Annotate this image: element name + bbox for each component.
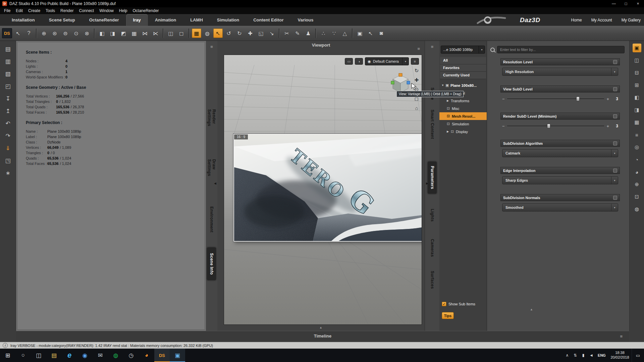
weight-map-icon[interactable]: △ bbox=[340, 28, 350, 38]
clock-icon[interactable]: ◷ bbox=[123, 349, 139, 362]
link-my-account[interactable]: My Account bbox=[591, 18, 612, 22]
layout-left-icon[interactable]: ◧ bbox=[633, 93, 641, 102]
node-align-icon[interactable]: ⋉ bbox=[151, 28, 160, 38]
start-button[interactable]: ⊞ bbox=[0, 349, 15, 362]
pane-tab-lights[interactable]: Lights bbox=[428, 206, 437, 224]
firefox-icon[interactable]: ◕ bbox=[139, 349, 154, 362]
show-sub-items-checkbox[interactable]: ✓ bbox=[442, 302, 446, 306]
param-options-icon[interactable] bbox=[613, 196, 617, 200]
resolution-level-dropdown[interactable]: High Resolution▼ bbox=[502, 68, 618, 76]
param-options-icon[interactable] bbox=[613, 87, 617, 91]
home-view-icon[interactable]: ⌂ bbox=[413, 105, 420, 111]
exposure-icon[interactable]: ◑ bbox=[355, 58, 363, 65]
chevron-down-icon[interactable]: ▼ bbox=[611, 204, 618, 211]
tools-icon[interactable]: ∗ bbox=[3, 169, 13, 177]
menu-create[interactable]: Create bbox=[25, 8, 43, 13]
splitter-collapse-right-icon[interactable]: ▶ bbox=[426, 182, 428, 185]
decrement-button[interactable]: − bbox=[502, 124, 505, 129]
surface-selection-icon[interactable]: ◫ bbox=[166, 28, 175, 38]
subdivision-algorithm-dropdown[interactable]: Catmark▼ bbox=[502, 149, 618, 157]
slider-handle[interactable] bbox=[576, 97, 580, 101]
orbit-view-icon[interactable]: ↻ bbox=[413, 68, 420, 74]
chart-pane-icon[interactable]: ◔ bbox=[633, 155, 641, 164]
viewport-collapse-icon[interactable]: ▲ bbox=[319, 326, 322, 329]
chevron-down-icon[interactable]: ▼ bbox=[611, 149, 618, 157]
expand-icon[interactable]: ▼ bbox=[441, 84, 445, 87]
decrement-button[interactable]: − bbox=[502, 97, 505, 102]
param-options-icon[interactable] bbox=[613, 60, 617, 64]
pane-tab-cameras[interactable]: Cameras bbox=[428, 237, 437, 259]
figure-tool-icon[interactable]: ♟ bbox=[304, 28, 313, 38]
create-light-icon[interactable]: ⊙ bbox=[71, 28, 81, 38]
tree-item-simulation[interactable]: ⊡ Simulation bbox=[439, 120, 487, 128]
pane-menu-icon[interactable]: ≡ bbox=[417, 46, 420, 51]
viewport-options-icon[interactable]: ≡ bbox=[411, 58, 419, 65]
file-explorer-icon[interactable]: ▤ bbox=[46, 349, 62, 362]
tray-chevron-icon[interactable]: ∧ bbox=[563, 353, 571, 358]
separator[interactable] bbox=[352, 28, 353, 38]
chevron-right-icon[interactable]: ▶ bbox=[447, 130, 451, 133]
redo-icon[interactable]: ↷ bbox=[3, 132, 13, 140]
tab-octanerender[interactable]: OctaneRender bbox=[82, 14, 126, 26]
chevron-down-icon[interactable]: ▼ bbox=[479, 46, 485, 53]
tab-scene-setup[interactable]: Scene Setup bbox=[42, 14, 82, 26]
draw-style-icon[interactable]: ▦ bbox=[192, 28, 201, 38]
filter-input[interactable] bbox=[497, 46, 625, 53]
pane-tab-parameters[interactable]: Parameters bbox=[428, 162, 437, 194]
param-options-icon[interactable] bbox=[613, 114, 617, 118]
box-tool-icon[interactable]: ▣ bbox=[355, 28, 365, 38]
filter-favorites[interactable]: Favorites bbox=[440, 64, 486, 72]
resize-tool-icon[interactable]: ↘ bbox=[267, 28, 276, 38]
create-node-icon[interactable]: ⊕ bbox=[39, 28, 49, 38]
tab-simulation[interactable]: Simulation bbox=[210, 14, 246, 26]
create-camera-icon[interactable]: ⊗ bbox=[82, 28, 92, 38]
increment-button[interactable]: + bbox=[606, 97, 609, 102]
parameters-scroll-up-icon[interactable]: ▲ bbox=[530, 308, 533, 311]
pane-tab-scene-info[interactable]: Scene Info bbox=[207, 247, 216, 280]
sphere-pane-icon[interactable]: ◕ bbox=[633, 168, 641, 176]
pan-view-icon[interactable]: ✚ bbox=[413, 77, 420, 83]
param-group-header[interactable]: SubDivision Algorithm bbox=[500, 140, 620, 147]
clock[interactable]: 18:38 20/02/2018 bbox=[608, 351, 632, 360]
create-bone-icon[interactable]: ⊚ bbox=[61, 28, 70, 38]
separator[interactable] bbox=[163, 28, 164, 38]
grid-plane-icon[interactable]: ▦ bbox=[129, 28, 139, 38]
geometry-editor-icon[interactable]: ◻ bbox=[177, 28, 186, 38]
param-group-header[interactable]: View SubD Level bbox=[500, 85, 620, 93]
layout-split-icon[interactable]: ⊞ bbox=[633, 81, 641, 89]
slider-handle[interactable] bbox=[547, 124, 550, 128]
filter-currently-used[interactable]: Currently Used bbox=[440, 72, 486, 79]
tree-item-mesh-resolution[interactable]: ⊡ Mesh Resol... bbox=[439, 112, 487, 120]
rotate-ccw-icon[interactable]: ↺ bbox=[224, 28, 233, 38]
paint-tool-icon[interactable]: ✎ bbox=[293, 28, 302, 38]
layout-pane-icon[interactable]: ▣ bbox=[633, 44, 641, 52]
tips-button[interactable]: Tips bbox=[442, 312, 454, 319]
grid-pane-icon[interactable]: ⊡ bbox=[633, 192, 641, 201]
task-view-button[interactable]: ◫ bbox=[31, 349, 46, 362]
separator[interactable] bbox=[189, 28, 190, 38]
param-options-icon[interactable] bbox=[613, 169, 617, 173]
search-button[interactable]: ○ bbox=[15, 349, 31, 362]
open-file-icon[interactable]: ▥ bbox=[3, 57, 13, 65]
layout-quad-icon[interactable]: ▦ bbox=[633, 118, 641, 127]
language-indicator[interactable]: ENG bbox=[595, 353, 608, 357]
timeline-pane[interactable]: Timeline ≡ bbox=[16, 331, 629, 342]
separator[interactable] bbox=[315, 28, 316, 38]
layout-right-icon[interactable]: ◨ bbox=[633, 106, 641, 114]
scale-tool-icon[interactable]: ◱ bbox=[256, 28, 266, 38]
pane-tab-surfaces[interactable]: Surfaces bbox=[428, 268, 437, 292]
chevron-down-icon[interactable]: ▼ bbox=[611, 177, 618, 184]
list-pane-icon[interactable]: ≡ bbox=[633, 130, 641, 139]
save-icon[interactable]: ◰ bbox=[3, 82, 13, 90]
menu-connect[interactable]: Connect bbox=[76, 8, 97, 13]
layout-columns-icon[interactable]: ◫ bbox=[633, 56, 641, 65]
volume-icon[interactable]: ◄ bbox=[587, 353, 595, 358]
sphere-view-icon[interactable]: ◍ bbox=[203, 28, 212, 38]
pointer-tool-icon[interactable]: ↖ bbox=[366, 28, 375, 38]
tab-installation[interactable]: Installation bbox=[5, 14, 42, 26]
cube-y-icon[interactable]: ◨ bbox=[108, 28, 117, 38]
install-icon[interactable]: ◳ bbox=[3, 157, 13, 165]
pane-tab-render-settings[interactable]: Render Settings bbox=[207, 109, 216, 141]
menu-file[interactable]: File bbox=[1, 8, 13, 13]
edge-interpolation-dropdown[interactable]: Sharp Edges▼ bbox=[502, 176, 618, 184]
